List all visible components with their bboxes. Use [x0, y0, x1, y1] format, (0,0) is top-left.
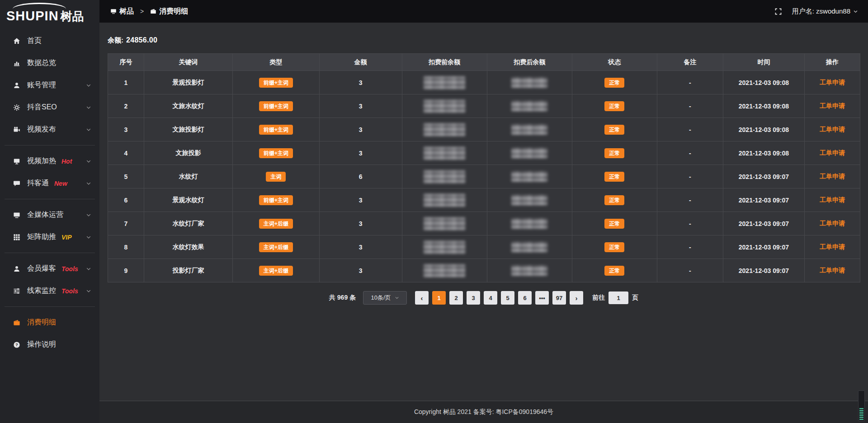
chevron-down-icon — [86, 235, 91, 240]
masked-balance-value — [511, 124, 547, 135]
sidebar-item-badge: Tools — [61, 265, 78, 273]
page-size-select[interactable]: 10条/页 — [363, 291, 407, 305]
main-content: 余额:24856.00 序号关键词类型金额扣费前余额扣费后余额状态备注时间操作 … — [99, 23, 868, 423]
sidebar-item-label: 操作说明 — [27, 340, 56, 349]
cell-keyword: 水纹灯 — [144, 165, 232, 188]
app-logo: SHUPIN树品 — [0, 0, 99, 28]
sidebar-item-6[interactable]: 视频加热Hot — [0, 150, 99, 172]
sidebar-item-9[interactable]: 全媒体运营 — [0, 204, 99, 226]
cell-remark: - — [657, 141, 723, 165]
sidebar-item-label: 会员爆客 — [27, 264, 56, 273]
sidebar-item-2[interactable]: 账号管理 — [0, 74, 99, 96]
page-button-5[interactable]: 5 — [501, 291, 514, 305]
sidebar-item-7[interactable]: 抖客通New — [0, 172, 99, 194]
work-order-link[interactable]: 工单申请 — [820, 79, 845, 86]
masked-balance-value — [424, 194, 465, 207]
table-row: 5水纹灯主词6正常-2021-12-03 09:07工单申请 — [108, 165, 860, 188]
page-ellipsis-button[interactable]: ••• — [535, 291, 549, 305]
status-badge: 正常 — [604, 195, 624, 205]
cell-pre-balance — [402, 259, 487, 282]
sidebar-item-label: 首页 — [27, 36, 42, 46]
page-button-4[interactable]: 4 — [484, 291, 497, 305]
sidebar-item-1[interactable]: 数据总览 — [0, 52, 99, 74]
column-header: 类型 — [233, 54, 319, 71]
sidebar-item-badge: VIP — [61, 234, 72, 241]
sidebar-item-label: 矩阵助推 — [27, 232, 56, 242]
balance-label: 余额: — [108, 36, 123, 44]
prev-page-button[interactable]: ‹ — [415, 291, 429, 305]
cell-keyword: 文旅水纹灯 — [144, 94, 232, 118]
work-order-link[interactable]: 工单申请 — [820, 173, 845, 180]
question-icon: ? — [13, 341, 20, 348]
cell-remark: - — [657, 71, 723, 94]
cell-keyword: 水纹灯效果 — [144, 235, 232, 259]
cell-status: 正常 — [572, 212, 657, 235]
cell-amount: 3 — [319, 71, 402, 94]
cell-amount: 3 — [319, 118, 402, 141]
table-row: 1景观投影灯前缀+主词3正常-2021-12-03 09:08工单申请 — [108, 71, 860, 94]
cell-type: 主词+后缀 — [233, 259, 319, 282]
cell-index: 5 — [108, 165, 144, 188]
sidebar-item-15[interactable]: 消费明细 — [0, 311, 99, 334]
sidebar-item-0[interactable]: 首页 — [0, 30, 99, 52]
bar-chart-icon — [13, 59, 20, 67]
work-order-link[interactable]: 工单申请 — [820, 126, 845, 133]
work-order-link[interactable]: 工单申请 — [820, 196, 845, 203]
status-badge: 正常 — [604, 219, 624, 229]
work-order-link[interactable]: 工单申请 — [820, 220, 845, 227]
sidebar-item-badge: Tools — [61, 287, 78, 295]
masked-balance-value — [424, 100, 465, 113]
sidebar-item-4[interactable]: 视频发布 — [0, 118, 99, 141]
masked-balance-value — [511, 77, 547, 88]
page-button-3[interactable]: 3 — [467, 291, 480, 305]
pagination-total: 共 969 条 — [329, 294, 356, 302]
chevron-down-icon — [86, 127, 91, 132]
sidebar-item-10[interactable]: 矩阵助推VIP — [0, 226, 99, 248]
table-row: 8水纹灯效果主词+后缀3正常-2021-12-03 09:07工单申请 — [108, 235, 860, 259]
work-order-link[interactable]: 工单申请 — [820, 149, 845, 156]
sidebar-item-12[interactable]: 会员爆客Tools — [0, 258, 99, 280]
username-dropdown[interactable]: 用户名: zswodun88 — [792, 7, 858, 16]
sidebar-item-13[interactable]: 线索监控Tools — [0, 280, 99, 302]
work-order-link[interactable]: 工单申请 — [820, 102, 845, 109]
fullscreen-icon[interactable] — [774, 8, 782, 15]
chevron-down-icon — [395, 295, 399, 301]
column-header: 时间 — [723, 54, 805, 71]
cell-amount: 3 — [319, 235, 402, 259]
cell-pre-balance — [402, 141, 487, 165]
masked-balance-value — [511, 195, 547, 205]
cell-index: 3 — [108, 118, 144, 141]
page-button-1[interactable]: 1 — [432, 291, 446, 305]
column-header: 操作 — [804, 54, 860, 71]
breadcrumb-item-1[interactable]: 消费明细 — [150, 7, 188, 16]
status-badge: 正常 — [604, 172, 624, 182]
next-page-button[interactable]: › — [570, 291, 583, 305]
cell-time: 2021-12-03 09:07 — [723, 259, 805, 282]
sidebar-item-badge: Hot — [61, 158, 72, 165]
page-button-6[interactable]: 6 — [518, 291, 532, 305]
work-order-link[interactable]: 工单申请 — [820, 243, 845, 250]
sidebar-item-label: 账号管理 — [27, 80, 56, 90]
type-badge: 主词 — [266, 172, 286, 182]
scrollbar-thumb[interactable] — [859, 408, 863, 420]
scrollbar-widget[interactable] — [858, 390, 865, 421]
sidebar-item-16[interactable]: ?操作说明 — [0, 334, 99, 356]
page-button-97[interactable]: 97 — [552, 291, 566, 305]
masked-balance-value — [424, 170, 465, 183]
goto-page-input[interactable] — [609, 291, 628, 304]
column-header: 状态 — [572, 54, 657, 71]
cell-type: 主词 — [233, 165, 319, 188]
sidebar-item-3[interactable]: 抖音SEO — [0, 96, 99, 118]
table-row: 2文旅水纹灯前缀+主词3正常-2021-12-03 09:08工单申请 — [108, 94, 860, 118]
work-order-link[interactable]: 工单申请 — [820, 267, 845, 274]
menu-divider — [5, 306, 95, 307]
breadcrumb-item-0[interactable]: 树品 — [110, 7, 134, 16]
cell-action: 工单申请 — [804, 165, 860, 188]
cell-status: 正常 — [572, 235, 657, 259]
page-button-2[interactable]: 2 — [449, 291, 463, 305]
cell-action: 工单申请 — [804, 94, 860, 118]
chevron-down-icon — [86, 83, 91, 88]
masked-balance-value — [424, 264, 465, 277]
masked-balance-value — [511, 171, 547, 182]
goto-suffix: 页 — [632, 294, 638, 302]
